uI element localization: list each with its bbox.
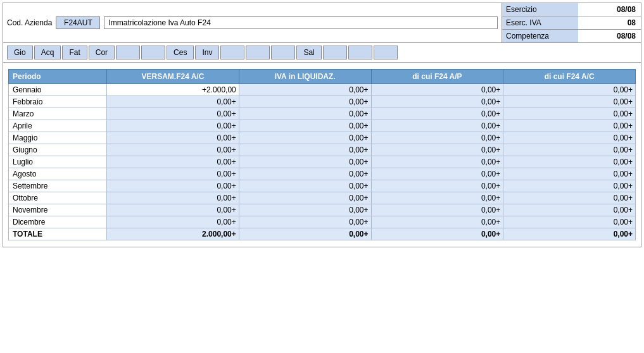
eserciva-label: Eserc. IVA bbox=[502, 16, 578, 30]
eserciva-value[interactable]: 08 bbox=[578, 16, 641, 30]
table-row: Luglio0,00+0,00+0,00+0,00+ bbox=[9, 156, 636, 168]
periodo-cell: Febbraio bbox=[9, 96, 107, 108]
table-row: Febbraio0,00+0,00+0,00+0,00+ bbox=[9, 96, 636, 108]
nav-btn-acq[interactable]: Acq bbox=[34, 46, 61, 59]
f24ac-cell[interactable]: 0,00+ bbox=[503, 120, 636, 132]
f24ac-cell[interactable]: 0,00+ bbox=[503, 216, 636, 228]
f24ap-cell[interactable]: 0,00+ bbox=[371, 120, 503, 132]
totale-label: TOTALE bbox=[9, 228, 107, 240]
f24ac-cell[interactable]: 0,00+ bbox=[503, 180, 636, 192]
main-content: Periodo VERSAM.F24 A/C IVA in LIQUIDAZ. … bbox=[3, 63, 641, 247]
periodo-cell: Luglio bbox=[9, 156, 107, 168]
table-row: Dicembre0,00+0,00+0,00+0,00+ bbox=[9, 216, 636, 228]
periodo-cell: Settembre bbox=[9, 180, 107, 192]
main-container: Cod. Azienda F24AUT Immatricolazione Iva… bbox=[3, 3, 641, 247]
table-row: Gennaio+2.000,000,00+0,00+0,00+ bbox=[9, 84, 636, 96]
esercizio-label: Esercizio bbox=[502, 3, 578, 16]
iva-cell[interactable]: 0,00+ bbox=[239, 108, 371, 120]
header-row: Cod. Azienda F24AUT Immatricolazione Iva… bbox=[3, 3, 641, 43]
nav-btn-empty4[interactable] bbox=[246, 46, 270, 59]
f24ap-cell[interactable]: 0,00+ bbox=[371, 156, 503, 168]
f24ac-cell[interactable]: 0,00+ bbox=[503, 156, 636, 168]
versam-cell[interactable]: 0,00+ bbox=[107, 192, 239, 204]
nav-btn-gio[interactable]: Gio bbox=[7, 46, 33, 59]
nav-btn-empty1[interactable] bbox=[116, 46, 140, 59]
iva-cell[interactable]: 0,00+ bbox=[239, 84, 371, 96]
f24ap-cell[interactable]: 0,00+ bbox=[371, 96, 503, 108]
iva-cell[interactable]: 0,00+ bbox=[239, 168, 371, 180]
iva-cell[interactable]: 0,00+ bbox=[239, 156, 371, 168]
versam-cell[interactable]: 0,00+ bbox=[107, 120, 239, 132]
f24ap-cell[interactable]: 0,00+ bbox=[371, 204, 503, 216]
iva-cell[interactable]: 0,00+ bbox=[239, 192, 371, 204]
iva-cell[interactable]: 0,00+ bbox=[239, 96, 371, 108]
f24ap-cell[interactable]: 0,00+ bbox=[371, 132, 503, 144]
nav-btn-empty8[interactable] bbox=[374, 46, 398, 59]
f24ac-cell[interactable]: 0,00+ bbox=[503, 84, 636, 96]
versam-cell[interactable]: 0,00+ bbox=[107, 180, 239, 192]
periodo-cell: Aprile bbox=[9, 120, 107, 132]
iva-cell[interactable]: 0,00+ bbox=[239, 216, 371, 228]
iva-cell[interactable]: 0,00+ bbox=[239, 180, 371, 192]
iva-cell[interactable]: 0,00+ bbox=[239, 120, 371, 132]
header-right: Esercizio 08/08 Eserc. IVA 08 Competenza… bbox=[502, 3, 641, 42]
totale-f24ap: 0,00+ bbox=[371, 228, 503, 240]
cod-azienda-value[interactable]: F24AUT bbox=[56, 16, 100, 29]
nav-btn-inv[interactable]: Inv bbox=[195, 46, 219, 59]
f24ac-cell[interactable]: 0,00+ bbox=[503, 96, 636, 108]
f24ap-cell[interactable]: 0,00+ bbox=[371, 168, 503, 180]
nav-btn-empty6[interactable] bbox=[323, 46, 347, 59]
versam-cell[interactable]: 0,00+ bbox=[107, 132, 239, 144]
f24ap-cell[interactable]: 0,00+ bbox=[371, 108, 503, 120]
table-row: Aprile0,00+0,00+0,00+0,00+ bbox=[9, 120, 636, 132]
f24ap-cell[interactable]: 0,00+ bbox=[371, 144, 503, 156]
nav-btn-fat[interactable]: Fat bbox=[62, 46, 87, 59]
nav-btn-empty3[interactable] bbox=[220, 46, 244, 59]
nav-btn-cor[interactable]: Cor bbox=[89, 46, 115, 59]
nav-btn-empty2[interactable] bbox=[141, 46, 165, 59]
totale-f24ac: 0,00+ bbox=[503, 228, 636, 240]
periodo-cell: Ottobre bbox=[9, 192, 107, 204]
header-left: Cod. Azienda F24AUT Immatricolazione Iva… bbox=[3, 3, 502, 42]
versam-cell[interactable]: 0,00+ bbox=[107, 168, 239, 180]
f24ac-cell[interactable]: 0,00+ bbox=[503, 168, 636, 180]
versam-cell[interactable]: 0,00+ bbox=[107, 108, 239, 120]
totale-row: TOTALE 2.000,00+ 0,00+ 0,00+ 0,00+ bbox=[9, 228, 636, 240]
f24ap-cell[interactable]: 0,00+ bbox=[371, 84, 503, 96]
f24ac-cell[interactable]: 0,00+ bbox=[503, 132, 636, 144]
table-row: Giugno0,00+0,00+0,00+0,00+ bbox=[9, 144, 636, 156]
nav-btn-sal[interactable]: Sal bbox=[296, 46, 321, 59]
nav-btn-empty5[interactable] bbox=[271, 46, 295, 59]
f24ac-cell[interactable]: 0,00+ bbox=[503, 204, 636, 216]
f24ap-cell[interactable]: 0,00+ bbox=[371, 216, 503, 228]
nav-btn-empty7[interactable] bbox=[348, 46, 372, 59]
esercizio-value[interactable]: 08/08 bbox=[578, 3, 641, 16]
f24ac-cell[interactable]: 0,00+ bbox=[503, 108, 636, 120]
data-table: Periodo VERSAM.F24 A/C IVA in LIQUIDAZ. … bbox=[8, 69, 636, 240]
col-versam: VERSAM.F24 A/C bbox=[107, 70, 239, 84]
nav-btn-ces[interactable]: Ces bbox=[167, 46, 194, 59]
table-row: Agosto0,00+0,00+0,00+0,00+ bbox=[9, 168, 636, 180]
col-iva: IVA in LIQUIDAZ. bbox=[239, 70, 371, 84]
f24ac-cell[interactable]: 0,00+ bbox=[503, 192, 636, 204]
versam-cell[interactable]: +2.000,00 bbox=[107, 84, 239, 96]
versam-cell[interactable]: 0,00+ bbox=[107, 204, 239, 216]
versam-cell[interactable]: 0,00+ bbox=[107, 96, 239, 108]
iva-cell[interactable]: 0,00+ bbox=[239, 204, 371, 216]
periodo-cell: Novembre bbox=[9, 204, 107, 216]
versam-cell[interactable]: 0,00+ bbox=[107, 216, 239, 228]
totale-iva: 0,00+ bbox=[239, 228, 371, 240]
table-row: Novembre0,00+0,00+0,00+0,00+ bbox=[9, 204, 636, 216]
desc-value[interactable]: Immatricolazione Iva Auto F24 bbox=[104, 16, 498, 29]
periodo-cell: Giugno bbox=[9, 144, 107, 156]
nav-row: Gio Acq Fat Cor Ces Inv Sal bbox=[3, 43, 641, 63]
f24ac-cell[interactable]: 0,00+ bbox=[503, 144, 636, 156]
competenza-value[interactable]: 08/08 bbox=[578, 30, 641, 43]
versam-cell[interactable]: 0,00+ bbox=[107, 156, 239, 168]
f24ap-cell[interactable]: 0,00+ bbox=[371, 192, 503, 204]
table-row: Marzo0,00+0,00+0,00+0,00+ bbox=[9, 108, 636, 120]
versam-cell[interactable]: 0,00+ bbox=[107, 144, 239, 156]
iva-cell[interactable]: 0,00+ bbox=[239, 144, 371, 156]
f24ap-cell[interactable]: 0,00+ bbox=[371, 180, 503, 192]
iva-cell[interactable]: 0,00+ bbox=[239, 132, 371, 144]
